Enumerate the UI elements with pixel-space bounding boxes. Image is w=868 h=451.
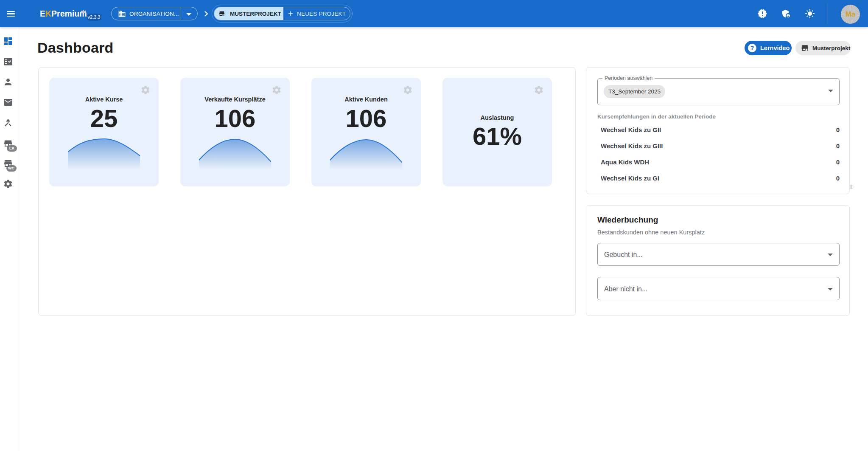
svg-text:?: ?	[750, 45, 754, 51]
